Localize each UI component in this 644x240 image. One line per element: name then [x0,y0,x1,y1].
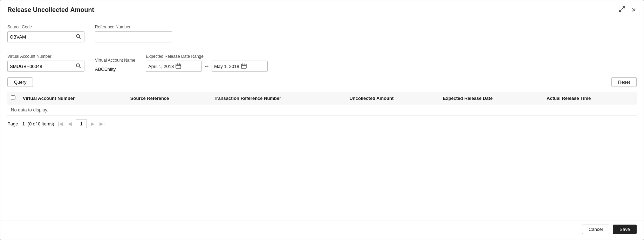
source-code-label: Source Code [7,25,84,29]
pagination-row: Page 1 (0 of 0 items) |◀ ◀ ▶ ▶| [7,116,637,130]
col-virtual-account-number: Virtual Account Number [19,92,127,104]
col-source-reference: Source Reference [127,92,210,104]
date-to-calendar-button[interactable] [241,63,247,70]
reference-number-field-group: Reference Number [95,25,172,42]
source-code-field-group: Source Code [7,25,84,42]
release-uncollected-amount-modal: Release Uncollected Amount ✕ Source Code [0,0,644,240]
pagination-next-button[interactable]: ▶ [90,121,96,126]
svg-line-1 [619,9,622,12]
data-table: Virtual Account Number Source Reference … [7,92,637,116]
svg-line-5 [79,67,81,68]
modal-footer: Cancel Save [0,220,644,240]
date-from-box: April 1, 2018 [146,61,202,72]
reference-number-input[interactable] [97,34,170,40]
source-code-search-button[interactable] [75,34,82,40]
svg-line-3 [79,37,81,39]
reset-button[interactable]: Reset [611,77,637,87]
virtual-account-number-label: Virtual Account Number [7,54,84,59]
svg-point-2 [76,34,80,37]
modal-header: Release Uncollected Amount ✕ [0,0,644,18]
svg-rect-10 [241,64,246,68]
save-button[interactable]: Save [613,225,637,234]
close-icon[interactable]: ✕ [631,6,637,14]
pagination-page-input[interactable] [76,119,87,128]
date-from-value: April 1, 2018 [148,64,174,69]
col-actual-release-time: Actual Release Time [543,92,637,104]
date-to-box: May 1, 2018 [212,61,268,72]
virtual-account-name-value: ABCEntity [95,64,135,72]
query-reset-row: Query Reset [7,77,637,92]
virtual-account-name-label: Virtual Account Name [95,58,135,63]
items-info: (0 of 0 items) [28,121,54,126]
date-from-calendar-button[interactable] [176,63,181,70]
expected-release-date-range-group: Expected Release Date Range April 1, 201… [146,54,268,72]
no-data-message: No data to display. [7,104,637,116]
virtual-account-number-input[interactable] [10,64,75,69]
table-section: Virtual Account Number Source Reference … [7,92,637,217]
modal-body: Source Code Reference Number [0,18,644,220]
select-all-checkbox[interactable] [11,95,15,100]
modal-title: Release Uncollected Amount [7,6,94,14]
virtual-account-name-field-group: Virtual Account Name ABCEntity [95,58,135,72]
no-data-row: No data to display. [7,104,637,116]
table-header-row: Virtual Account Number Source Reference … [7,92,637,104]
virtual-account-row: Virtual Account Number Virtual Account N… [7,54,637,77]
svg-rect-6 [176,64,181,68]
col-uncollected-amount: Uncollected Amount [346,92,439,104]
date-to-value: May 1, 2018 [214,64,239,69]
select-all-header [7,92,19,104]
reference-number-label: Reference Number [95,25,172,29]
expected-release-date-range-label: Expected Release Date Range [146,54,268,59]
virtual-account-number-field-group: Virtual Account Number [7,54,84,72]
pagination-first-button[interactable]: |◀ [57,121,64,126]
source-code-input[interactable] [10,34,75,40]
svg-point-4 [76,64,80,67]
pagination-last-button[interactable]: ▶| [98,121,106,126]
page-number: 1 [22,121,25,126]
page-label: Page [7,121,18,126]
col-transaction-reference-number: Transaction Reference Number [210,92,346,104]
source-code-row: Source Code Reference Number [7,25,637,48]
date-range-arrow-icon: ↔ [204,63,210,69]
cancel-button[interactable]: Cancel [582,225,609,234]
query-button[interactable]: Query [7,77,33,87]
expand-icon[interactable] [618,5,626,14]
col-expected-release-date: Expected Release Date [439,92,543,104]
section-divider-1 [7,48,637,48]
virtual-account-number-input-wrapper [7,61,84,72]
source-code-input-wrapper [7,31,84,42]
header-icons: ✕ [618,5,637,14]
pagination-prev-button[interactable]: ◀ [67,121,73,126]
virtual-account-number-search-button[interactable] [75,63,82,70]
reference-number-input-wrapper [95,31,172,42]
table-body: No data to display. [7,104,637,116]
date-range-inputs: April 1, 2018 ↔ May 1, 2018 [146,61,268,72]
